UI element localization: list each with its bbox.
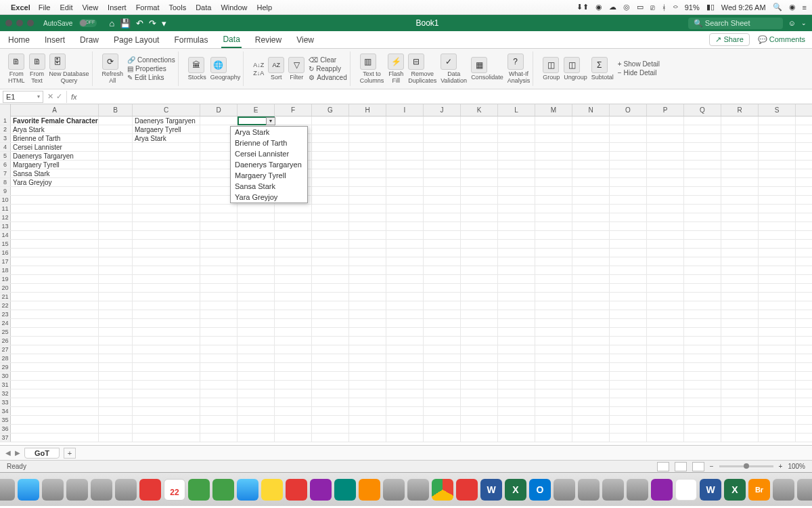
cell[interactable]	[424, 222, 461, 230]
cell[interactable]	[759, 117, 796, 125]
cell[interactable]: Sansa Stark	[11, 169, 99, 177]
cell[interactable]	[238, 249, 275, 257]
cell[interactable]	[133, 143, 200, 151]
dock-safari-icon[interactable]	[18, 479, 39, 501]
cell[interactable]	[535, 240, 572, 248]
cell[interactable]	[133, 284, 200, 292]
cell[interactable]	[349, 117, 386, 125]
cell[interactable]	[99, 372, 133, 380]
cell[interactable]	[11, 266, 99, 274]
cell[interactable]	[796, 407, 812, 415]
cell[interactable]	[386, 143, 424, 151]
cell[interactable]	[721, 222, 759, 230]
cell[interactable]	[275, 363, 312, 371]
row-header[interactable]: 26	[0, 337, 11, 345]
cell[interactable]	[684, 363, 721, 371]
cell[interactable]	[99, 416, 133, 424]
cell[interactable]	[759, 240, 796, 248]
cell[interactable]	[721, 345, 759, 354]
cell[interactable]	[238, 389, 275, 398]
cell[interactable]	[572, 231, 610, 239]
cell[interactable]	[349, 257, 386, 266]
cell[interactable]	[759, 319, 796, 327]
cell[interactable]	[275, 407, 312, 415]
cell[interactable]	[572, 433, 610, 442]
cell[interactable]	[498, 416, 535, 424]
cell[interactable]	[498, 284, 535, 292]
cell[interactable]	[386, 196, 424, 204]
cell[interactable]	[684, 222, 721, 230]
cell[interactable]	[498, 249, 535, 257]
cell[interactable]	[99, 249, 133, 257]
qat-more-icon[interactable]: ▾	[162, 18, 166, 28]
cell[interactable]	[312, 363, 349, 371]
cell[interactable]	[796, 240, 812, 248]
cell[interactable]	[498, 407, 535, 415]
cell[interactable]	[133, 372, 200, 380]
cell[interactable]	[610, 213, 647, 221]
cell[interactable]	[610, 337, 647, 345]
cell[interactable]	[796, 187, 812, 195]
dock-app-icon[interactable]	[188, 479, 210, 501]
cell[interactable]	[535, 117, 572, 125]
cell[interactable]	[759, 125, 796, 133]
cell[interactable]	[684, 134, 721, 142]
text-to-columns-icon[interactable]: ▥	[360, 54, 376, 70]
cell[interactable]	[461, 117, 498, 125]
cell[interactable]	[647, 293, 684, 301]
status-icon[interactable]: ◉	[595, 3, 602, 12]
cell[interactable]	[461, 222, 498, 230]
col-I[interactable]: I	[386, 104, 424, 116]
dock-app-icon[interactable]	[212, 479, 234, 501]
cell[interactable]	[349, 240, 386, 248]
cell[interactable]	[275, 425, 312, 433]
cell[interactable]	[99, 117, 133, 125]
cell[interactable]	[461, 381, 498, 389]
cell[interactable]	[238, 398, 275, 406]
cell[interactable]	[424, 425, 461, 433]
row-header[interactable]: 14	[0, 231, 11, 239]
geography-icon[interactable]: 🌐	[210, 57, 227, 73]
cell[interactable]	[200, 354, 238, 362]
cell[interactable]	[386, 354, 424, 362]
cell[interactable]	[498, 275, 535, 283]
cell[interactable]	[99, 125, 133, 133]
cell[interactable]	[312, 125, 349, 133]
cell[interactable]	[498, 389, 535, 398]
cell[interactable]	[238, 433, 275, 442]
dock-app-icon[interactable]	[359, 479, 380, 501]
cell[interactable]	[796, 231, 812, 239]
cell[interactable]	[796, 134, 812, 142]
cell[interactable]	[238, 363, 275, 371]
cell[interactable]	[796, 143, 812, 151]
cell[interactable]	[684, 266, 721, 274]
dock-app-icon[interactable]	[334, 479, 356, 501]
cell[interactable]	[11, 249, 99, 257]
dropdown-item[interactable]: Brienne of Tarth	[231, 137, 307, 148]
cell[interactable]	[275, 266, 312, 274]
dock-app-icon[interactable]	[261, 479, 283, 501]
cell[interactable]	[11, 363, 99, 371]
cell[interactable]	[386, 372, 424, 380]
cell[interactable]	[312, 249, 349, 257]
cell[interactable]	[238, 266, 275, 274]
dock-settings-icon[interactable]	[42, 479, 64, 501]
dock-app-icon[interactable]	[773, 479, 794, 501]
cell[interactable]	[647, 328, 684, 336]
cell[interactable]	[275, 205, 312, 213]
cell[interactable]	[610, 240, 647, 248]
cell[interactable]	[684, 213, 721, 221]
cell[interactable]	[572, 222, 610, 230]
cell[interactable]	[684, 354, 721, 362]
cell[interactable]	[386, 125, 424, 133]
cell[interactable]	[238, 381, 275, 389]
col-H[interactable]: H	[349, 104, 386, 116]
cell[interactable]	[461, 257, 498, 266]
cell[interactable]	[386, 205, 424, 213]
row-header[interactable]: 35	[0, 416, 11, 424]
cell[interactable]	[312, 161, 349, 169]
dock-app-icon[interactable]	[456, 479, 478, 501]
cell[interactable]	[99, 363, 133, 371]
cell[interactable]	[721, 169, 759, 177]
tab-data[interactable]: Data	[221, 32, 241, 48]
